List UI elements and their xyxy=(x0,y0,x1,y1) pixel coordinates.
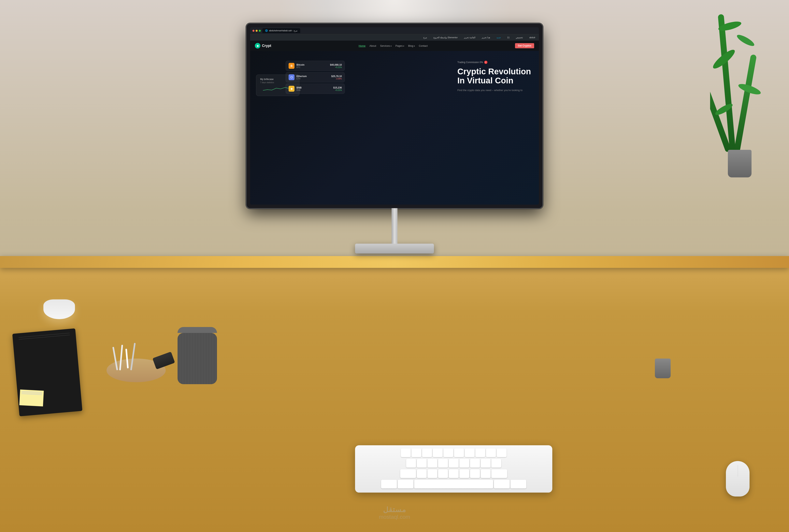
bnb-icon: ◈ xyxy=(289,86,294,92)
desk-mug xyxy=(655,359,671,382)
key-g[interactable] xyxy=(449,459,459,468)
key-ctrl[interactable] xyxy=(381,480,397,489)
key-n[interactable] xyxy=(470,469,480,478)
maximize-window-button[interactable] xyxy=(259,30,261,32)
keyboard[interactable] xyxy=(355,445,552,493)
wp-admin-item-customize[interactable]: تخصيص xyxy=(515,36,524,39)
eth-price: $25,78.10 -3.09% xyxy=(331,75,342,80)
hero-title-line1: Cryptic Revolution xyxy=(457,67,531,76)
nav-contact[interactable]: Contact xyxy=(419,44,428,47)
key-i[interactable] xyxy=(475,449,485,457)
nav-pages[interactable]: Pages xyxy=(396,44,404,47)
wp-admin-item-new[interactable]: جديد xyxy=(495,36,502,39)
get-cryptox-button[interactable]: Get Cryptox xyxy=(515,43,534,48)
wp-admin-item-user[interactable]: abdulr xyxy=(528,36,536,39)
key-u[interactable] xyxy=(465,449,475,457)
btc-price-value: $40,088.10 xyxy=(330,63,342,66)
trading-badge-icon: ✕ xyxy=(484,61,488,64)
plant-leaves xyxy=(710,14,769,152)
browser-tab-active[interactable]: 🌐 abdulrahmanhabab.sah - مرح xyxy=(262,28,300,33)
monitor-wrapper: 🌐 abdulrahmanhabab.sah - مرح abdulr تخصي… xyxy=(237,24,552,253)
keyboard-row-1 xyxy=(358,449,549,458)
eth-icon: ⬡ xyxy=(289,74,294,80)
key-t[interactable] xyxy=(443,449,453,457)
key-s[interactable] xyxy=(417,459,427,468)
hero-section: My brifecase 7 days statistics B Bitcoin xyxy=(250,51,539,205)
key-b[interactable] xyxy=(459,469,469,478)
mouse[interactable] xyxy=(726,461,750,496)
key-shift[interactable] xyxy=(400,469,416,478)
bnb-price-change: +5.21% xyxy=(333,89,342,91)
key-l[interactable] xyxy=(491,459,501,468)
browser-bar: 🌐 abdulrahmanhabab.sah - مرح xyxy=(250,27,539,34)
hero-title: Cryptic Revolution In Virtual Coin xyxy=(457,67,531,85)
wp-admin-item-edit-here[interactable]: هذا تحرير xyxy=(480,36,491,39)
keyboard-row-3 xyxy=(358,469,549,479)
site-logo: ◆ Crypt xyxy=(255,43,271,49)
wp-admin-bar: abdulr تخصيص 11 جديد هذا تحرير القائمة ت… xyxy=(250,34,539,41)
watermark-url: mostaql.com xyxy=(379,514,410,520)
monitor-neck xyxy=(391,208,398,244)
keyboard-row-2 xyxy=(358,459,549,469)
crypto-item-bnb[interactable]: ◈ BNB BNB $15,236 +5.21% xyxy=(286,83,345,94)
crypto-item-eth[interactable]: ⬡ Etherium ETH $25,78.10 -3.09% xyxy=(286,72,345,82)
key-shift-right[interactable] xyxy=(491,469,507,478)
key-y[interactable] xyxy=(454,449,464,457)
nav-links: Home About Services Pages Blog Contact xyxy=(359,44,428,47)
close-window-button[interactable] xyxy=(253,30,254,32)
logo-text: Crypt xyxy=(262,44,271,48)
desk-edge xyxy=(0,256,789,268)
crypto-list: B Bitcoin BTC $40,088.10 +5.21% ⬡ xyxy=(286,61,345,94)
btc-price: $40,088.10 +5.21% xyxy=(330,63,342,69)
nav-services[interactable]: Services xyxy=(380,44,391,47)
leaf-4 xyxy=(736,33,756,48)
tab-favicon: 🌐 xyxy=(265,30,268,32)
bnb-price-value: $15,236 xyxy=(333,86,342,89)
keyboard-row-4 xyxy=(358,480,549,490)
eth-symbol: ETH xyxy=(296,78,329,80)
wp-admin-item-edit-list[interactable]: القائمة تحرير xyxy=(463,36,477,39)
eth-price-change: -3.09% xyxy=(331,78,342,80)
key-d[interactable] xyxy=(427,459,437,468)
key-f[interactable] xyxy=(438,459,448,468)
btc-info: Bitcoin BTC xyxy=(296,63,328,69)
nav-about[interactable]: About xyxy=(369,44,376,47)
key-h[interactable] xyxy=(459,459,469,468)
minimize-window-button[interactable] xyxy=(256,30,258,32)
cylinder-top xyxy=(178,327,217,333)
key-space[interactable] xyxy=(414,480,493,489)
key-alt[interactable] xyxy=(398,480,414,489)
wp-admin-item-count[interactable]: 11 xyxy=(506,36,511,39)
btc-name: Bitcoin xyxy=(296,63,328,66)
key-r[interactable] xyxy=(433,449,443,457)
sticky-note xyxy=(19,390,44,406)
key-c[interactable] xyxy=(438,469,448,478)
desk-plant xyxy=(710,20,769,177)
key-p[interactable] xyxy=(497,449,507,457)
key-q[interactable] xyxy=(401,449,411,457)
notebook-line-2 xyxy=(19,335,70,340)
monitor-bezel: 🌐 abdulrahmanhabab.sah - مرح abdulr تخصي… xyxy=(246,24,543,208)
wp-admin-item-site[interactable]: مرح xyxy=(422,36,428,39)
key-x[interactable] xyxy=(427,469,437,478)
logo-icon: ◆ xyxy=(255,43,260,49)
key-j[interactable] xyxy=(470,459,480,468)
key-m[interactable] xyxy=(481,469,491,478)
key-o[interactable] xyxy=(486,449,496,457)
plant-pot xyxy=(728,150,752,177)
btc-icon: B xyxy=(289,63,294,69)
key-ctrl-right[interactable] xyxy=(511,480,526,489)
key-alt-right[interactable] xyxy=(494,480,510,489)
key-z[interactable] xyxy=(417,469,427,478)
nav-home[interactable]: Home xyxy=(359,44,366,47)
bnb-symbol: BNB xyxy=(296,89,331,91)
nav-blog[interactable]: Blog xyxy=(408,44,415,47)
wp-admin-item-elementor[interactable]: Elementor بواسطة الخروج xyxy=(432,36,459,39)
crypto-item-btc[interactable]: B Bitcoin BTC $40,088.10 +5.21% xyxy=(286,61,345,71)
logo-icon-symbol: ◆ xyxy=(257,44,259,47)
key-e[interactable] xyxy=(422,449,432,457)
key-k[interactable] xyxy=(481,459,491,468)
key-w[interactable] xyxy=(411,449,421,457)
key-v[interactable] xyxy=(449,469,459,478)
key-a[interactable] xyxy=(406,459,416,468)
